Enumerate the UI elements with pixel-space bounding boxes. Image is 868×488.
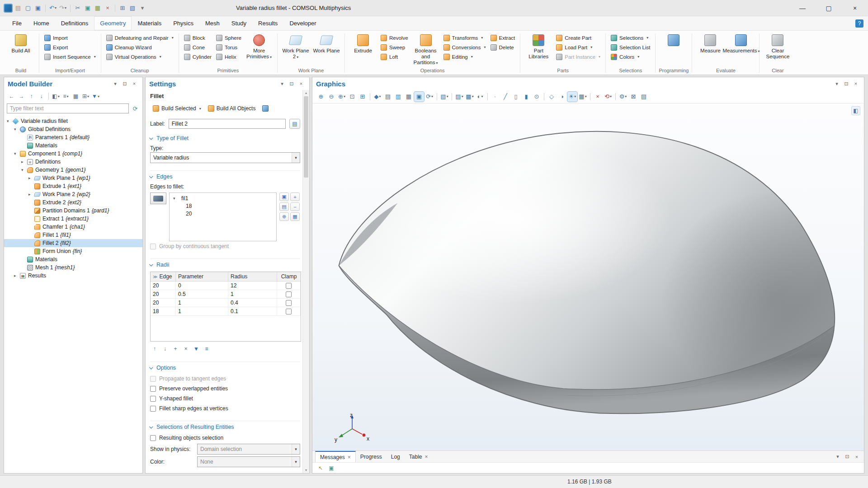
section-header-type-of-fillet[interactable]: Type of Fillet: [150, 132, 300, 144]
fillet-sharp-edges-at-vertices-checkbox[interactable]: [150, 406, 156, 412]
add-row-icon[interactable]: +: [171, 344, 180, 353]
select-points-icon[interactable]: ∙: [490, 92, 500, 102]
tree-closed-arrow-icon[interactable]: ▸: [14, 273, 20, 278]
radii-cell[interactable]: 18: [151, 307, 176, 315]
copy-selection-icon[interactable]: ▣: [279, 192, 289, 201]
delete-row-icon[interactable]: ×: [181, 344, 190, 353]
block-button[interactable]: Block: [182, 33, 213, 42]
tab-messages[interactable]: Messages×: [315, 451, 356, 462]
tree-open-arrow-icon[interactable]: ▾: [21, 168, 27, 172]
section-header-resulting-entities[interactable]: Selections of Resulting Entities: [150, 421, 300, 433]
load-part-button[interactable]: Load Part▾: [554, 42, 602, 52]
panel-menu-icon[interactable]: ▾: [111, 80, 120, 88]
revolve-button[interactable]: Revolve: [379, 33, 410, 42]
zoom-box-icon[interactable]: ⊞: [358, 92, 368, 102]
tree-item-extrude-1[interactable]: Extrude 1{ext1}: [4, 182, 142, 190]
insert-sequence-button[interactable]: Insert Sequence▾: [42, 52, 98, 61]
tree-item-fillet-2[interactable]: Fillet 2{fil2}: [4, 239, 142, 247]
panel-menu-icon[interactable]: ▾: [832, 80, 841, 88]
app-logo-icon[interactable]: [4, 4, 13, 13]
hide-selected-icon[interactable]: ×: [593, 92, 603, 102]
save-as-icon[interactable]: ▣: [33, 3, 42, 13]
section-header-radii[interactable]: Radii: [150, 259, 300, 271]
edge-group-row[interactable]: ▾ fil1: [170, 194, 276, 202]
preserve-overlapped-entities-checkbox[interactable]: [150, 386, 156, 392]
tab-log[interactable]: Log: [387, 451, 405, 462]
label-input[interactable]: [169, 119, 286, 129]
desktop-layout-icon[interactable]: ⊞: [118, 3, 127, 13]
tab-progress[interactable]: Progress: [356, 451, 387, 462]
select-edges-icon[interactable]: ╱: [500, 92, 510, 102]
menu-developer[interactable]: Developer: [283, 16, 322, 30]
tree-open-arrow-icon[interactable]: ▾: [14, 127, 20, 131]
view-settings-icon[interactable]: ⚙▾: [618, 92, 628, 102]
selection-list-button[interactable]: Selection List: [609, 42, 652, 52]
colors-button[interactable]: Colors▾: [609, 52, 652, 61]
tree-item-fillet-1[interactable]: Fillet 1{fil1}: [4, 231, 142, 239]
tab-close-icon[interactable]: ×: [348, 454, 351, 460]
editing-button[interactable]: Editing▾: [442, 52, 488, 61]
menu-geometry[interactable]: Geometry: [94, 16, 132, 30]
propagate-to-tangent-edges-checkbox[interactable]: [150, 376, 156, 382]
panel-close-icon[interactable]: ×: [852, 453, 861, 461]
tree-item-definitions[interactable]: ▸Definitions: [4, 158, 142, 166]
part-instance-button[interactable]: Part Instance▾: [554, 52, 602, 61]
move-down-icon[interactable]: ↓: [160, 344, 170, 353]
conversions-button[interactable]: Conversions▾: [442, 42, 488, 52]
selection-list-icon[interactable]: ▦: [290, 212, 300, 221]
group-by-continuous-tangent-checkbox[interactable]: [150, 244, 156, 249]
menu-study[interactable]: Study: [226, 16, 252, 30]
label-visibility-icon[interactable]: ▤: [289, 119, 300, 129]
rotate-view-icon[interactable]: ⟳▾: [425, 92, 434, 102]
tree-item-geometry-1[interactable]: ▾Geometry 1{geom1}: [4, 166, 142, 174]
tree-item-extract-1[interactable]: Extract 1{extract1}: [4, 215, 142, 223]
tree-item-partition-domains-1[interactable]: Partition Domains 1{pard1}: [4, 206, 142, 215]
move-down-icon[interactable]: ↓: [37, 92, 46, 101]
extrude-button[interactable]: Extrude: [348, 33, 378, 54]
cut-icon[interactable]: ✂: [73, 3, 82, 13]
show-context-panel-icon[interactable]: ◧: [851, 106, 860, 115]
filter-icon[interactable]: ▼▾: [91, 92, 100, 101]
scene-color-icon[interactable]: ▧▾: [439, 92, 449, 102]
panel-float-icon[interactable]: ⊡: [120, 80, 129, 88]
window-settings-icon[interactable]: ▧: [128, 3, 137, 13]
transparency-icon[interactable]: ◑: [557, 92, 567, 102]
show-grid-icon[interactable]: ▦▾: [578, 92, 588, 102]
tree-open-arrow-icon[interactable]: ▾: [7, 119, 13, 123]
environment-reflections-icon[interactable]: ▩▾: [465, 92, 475, 102]
radii-cell[interactable]: 20: [151, 290, 176, 298]
radii-cell[interactable]: 1: [228, 290, 277, 298]
show-icon[interactable]: ◧▾: [51, 92, 61, 101]
build-preview-button[interactable]: [259, 104, 271, 113]
build-all-button[interactable]: Build All: [6, 33, 36, 54]
customize-toolbar-icon[interactable]: ▾: [138, 3, 147, 13]
undo-icon[interactable]: ↶▾: [48, 3, 57, 13]
menu-results[interactable]: Results: [252, 16, 283, 30]
radii-cell[interactable]: 12: [228, 282, 277, 290]
radii-cell[interactable]: 0.5: [176, 290, 228, 298]
radii-cell[interactable]: 20: [151, 282, 176, 290]
create-part-button[interactable]: Create Part: [554, 33, 602, 42]
zoom-in-icon[interactable]: ⊕: [316, 92, 326, 102]
menu-mesh[interactable]: Mesh: [199, 16, 226, 30]
tree-item-variable-radius-fillet[interactable]: ▾Variable radius fillet: [4, 117, 142, 125]
radii-cell[interactable]: 0.4: [228, 299, 277, 307]
torus-button[interactable]: Torus: [214, 42, 243, 52]
print-icon[interactable]: ▤: [639, 92, 649, 102]
scene-light-icon[interactable]: ☀▾: [567, 92, 577, 102]
panel-float-icon[interactable]: ⊡: [842, 80, 851, 88]
panel-float-icon[interactable]: ⊡: [287, 80, 296, 88]
measurements-button[interactable]: Measurements▾: [726, 33, 756, 54]
section-header-options[interactable]: Options: [150, 362, 300, 374]
view-xy-icon[interactable]: ▤: [383, 92, 393, 102]
menu-physics[interactable]: Physics: [167, 16, 199, 30]
zoom-icon[interactable]: ⊕▾: [337, 92, 347, 102]
save-to-file-icon[interactable]: ≡: [202, 344, 211, 353]
tree-open-arrow-icon[interactable]: ▾: [173, 196, 179, 201]
measure-button[interactable]: Measure: [695, 33, 725, 54]
redo-icon[interactable]: ↷▾: [58, 3, 67, 13]
extract-button[interactable]: Extract: [489, 33, 517, 42]
programming-button[interactable]: [659, 33, 689, 46]
virtual-operations-button[interactable]: Virtual Operations▾: [104, 52, 175, 61]
panel-menu-icon[interactable]: ▾: [278, 80, 287, 88]
